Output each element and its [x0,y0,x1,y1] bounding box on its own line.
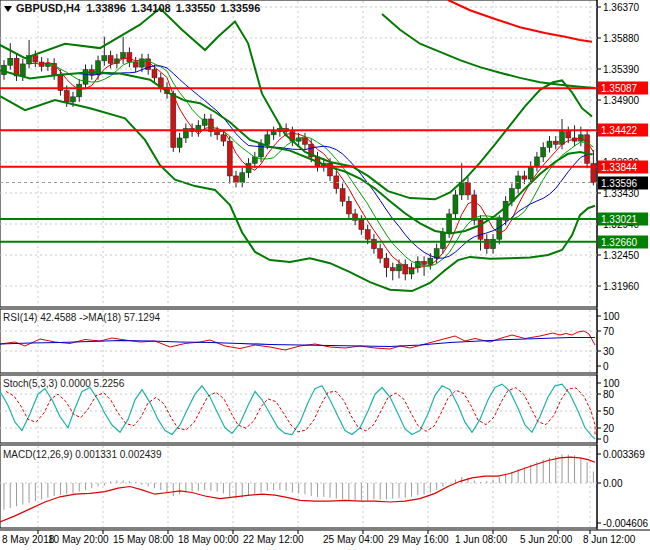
candle-bull [491,239,496,248]
stoch-title: Stoch(5,3,3) 0.0000 5.2256 [3,378,125,389]
candle-bear [585,135,590,163]
candle-bull [102,56,107,61]
time-axis-label: 29 May 16:00 [388,534,449,545]
candle-bull [497,220,502,239]
price-axis-label: 1.32450 [603,250,640,261]
candle-bear [522,176,527,179]
time-axis-label: 5 Jun 20:00 [520,534,573,545]
candle-bear [365,230,370,239]
indicator-axis-label: 30 [603,346,615,357]
candle-bull [560,132,565,145]
candle-bull [265,135,270,144]
time-axis-label: 22 May 12:00 [243,534,304,545]
candle-bull [434,249,439,258]
candle-bear [390,268,395,271]
candle-bear [152,70,157,78]
candle-bull [528,166,533,179]
chart-window: GBPUSD,H41.338961.341081.335501.33596 RS… [0,0,650,550]
candle-bear [233,176,238,182]
time-axis[interactable]: 8 May 201810 May 20:0015 May 08:0018 May… [2,530,636,545]
candle-bull [70,97,75,102]
candle-bear [378,249,383,258]
price-axis-label: 1.31960 [603,281,640,292]
indicator-axis-label: 0 [603,434,609,445]
time-axis-label: 1 Jun 08:00 [455,534,508,545]
price-axis-label: 1.35880 [603,33,640,44]
candle-bear [108,56,113,64]
candle-bear [422,261,427,264]
candle-bear [227,141,232,176]
chart-canvas[interactable]: GBPUSD,H41.338961.341081.335501.33596 RS… [0,0,650,550]
candle-bull [77,84,82,97]
candle-bear [465,182,470,195]
price-badge-label: 1.33844 [601,162,638,173]
indicator-axis-label: 100 [603,311,620,322]
candle-bull [271,132,276,135]
indicator-axis-label: 0.003369 [603,449,645,460]
indicator-axis-label: 0 [603,361,609,372]
price-axis[interactable]: 1.363701.358801.353901.349001.339201.334… [597,2,648,529]
price-axis-label: 1.34900 [603,95,640,106]
candle-bear [33,56,38,62]
indicator-axis-label: 0.00 [603,478,623,489]
indicator-axis-label: 80 [603,389,615,400]
candle-bull [453,195,458,214]
candle-bear [340,189,345,202]
indicator-axis-label: -0.004606 [603,518,648,529]
candle-bull [397,265,402,271]
price-badge-label: 1.33596 [601,178,638,189]
price-axis-label: 1.36370 [603,2,640,13]
candle-bull [503,201,508,220]
candle-bear [484,239,489,248]
chart-header: GBPUSD,H41.338961.341081.335501.33596 [16,2,260,14]
price-badge-label: 1.32660 [601,237,638,248]
candle-bear [133,62,138,67]
candle-bear [472,195,477,220]
candle-bear [221,135,226,141]
price-axis-label: 1.35390 [603,64,640,75]
candle-bear [328,163,333,176]
price-badge-label: 1.35087 [601,83,638,94]
candle-bull [547,141,552,147]
candle-bear [371,239,376,248]
time-axis-label: 8 May 2018 [2,534,55,545]
price-badge-label: 1.33021 [601,214,638,225]
time-axis-label: 10 May 20:00 [48,534,109,545]
candle-bear [553,141,558,144]
indicator-axis-label: 20 [603,423,615,434]
candle-bear [359,220,364,229]
time-axis-label: 25 May 04:00 [323,534,384,545]
rsi-title: RSI(14) 42.4588 ->MA(18) 57.1294 [3,312,160,323]
candle-bull [534,157,539,166]
candle-bull [8,58,13,65]
candle-bear [171,94,176,148]
candle-bear [64,91,69,102]
time-axis-label: 15 May 08:00 [113,534,174,545]
time-axis-label: 18 May 00:00 [178,534,239,545]
candle-bear [384,258,389,267]
time-axis-label: 8 Jun 12:00 [583,534,636,545]
candle-bull [20,64,25,76]
candle-bull [177,138,182,147]
candle-bear [346,201,351,214]
indicator-axis-label: 50 [603,406,615,417]
candle-bull [447,214,452,233]
candle-bear [127,53,132,62]
macd-title: MACD(12,26,9) 0.001331 0.002439 [3,449,162,460]
price-badge-label: 1.34422 [601,125,638,136]
indicator-axis-label: 100 [603,378,620,389]
candle-bear [566,132,571,138]
indicator-axis-label: 70 [603,326,615,337]
candle-bull [541,147,546,156]
candle-bull [240,173,245,182]
